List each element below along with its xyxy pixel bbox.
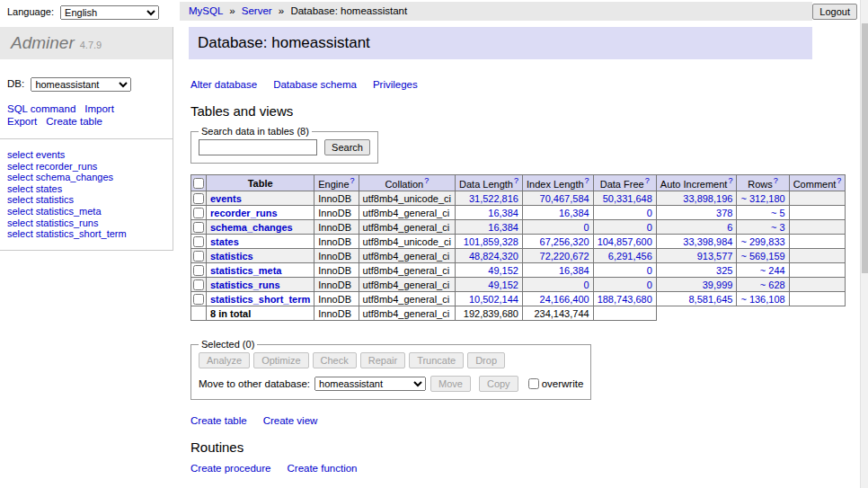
sidebar-link-create-table[interactable]: Create table <box>46 116 102 127</box>
rows-count-link[interactable]: ~ 3 <box>771 222 785 233</box>
engine-cell: InnoDB <box>314 191 359 206</box>
table-row: schema_changesInnoDButf8mb4_general_ci16… <box>191 220 846 235</box>
table-link-events[interactable]: events <box>210 193 242 204</box>
rows-count-link[interactable]: ~ 244 <box>760 265 785 276</box>
sidebar-select-recorder-runs[interactable]: select recorder_runs <box>7 161 165 173</box>
action-link-alter-database[interactable]: Alter database <box>190 79 257 90</box>
column-header-table: Table <box>207 175 314 191</box>
overwrite-checkbox[interactable] <box>528 378 539 389</box>
cell-data-length: 101,859,328 <box>456 235 523 249</box>
db-select[interactable]: homeassistant <box>31 77 131 92</box>
tables-table: TableEngine?Collation?Data Length?Index … <box>190 174 846 321</box>
sidebar-link-export[interactable]: Export <box>7 116 37 127</box>
link-create-function[interactable]: Create function <box>288 463 358 474</box>
rows-count-link[interactable]: ~ 628 <box>760 279 785 290</box>
move-db-select[interactable]: homeassistant <box>314 377 426 391</box>
rows-count-link[interactable]: ~ 5 <box>771 208 785 218</box>
row-checkbox[interactable] <box>193 279 204 290</box>
comment-cell <box>789 220 846 235</box>
routines-links: Create procedureCreate function <box>190 462 812 475</box>
rows-count-link[interactable]: ~ 569,159 <box>740 251 784 262</box>
table-link-statistics-meta[interactable]: statistics_meta <box>210 265 282 276</box>
row-checkbox[interactable] <box>193 193 204 204</box>
comment-cell <box>789 206 846 220</box>
logout-button[interactable]: Logout <box>812 4 857 20</box>
cell-data-length: 49,152 <box>456 263 523 278</box>
scrollbar-thumb[interactable] <box>862 23 868 273</box>
sidebar-menu-row-1: SQL commandImport <box>7 102 165 115</box>
search-input[interactable] <box>199 139 317 155</box>
link-create-view[interactable]: Create view <box>263 415 318 426</box>
button-truncate: Truncate <box>409 352 464 368</box>
breadcrumb-server[interactable]: Server <box>242 5 272 16</box>
sidebar-select-schema-changes[interactable]: select schema_changes <box>7 172 165 183</box>
row-checkbox[interactable] <box>193 208 204 218</box>
collation-cell: utf8mb4_general_ci <box>359 206 455 220</box>
engine-cell: InnoDB <box>314 220 359 235</box>
row-checkbox[interactable] <box>193 236 204 247</box>
table-link-statistics[interactable]: statistics <box>210 251 253 262</box>
language-select[interactable]: English <box>60 5 159 20</box>
table-link-schema-changes[interactable]: schema_changes <box>210 222 293 233</box>
routines-heading: Routines <box>190 439 812 455</box>
search-button[interactable]: Search <box>324 139 370 155</box>
page-title: Database: homeassistant <box>189 27 812 59</box>
table-link-states[interactable]: states <box>210 236 239 247</box>
collation-cell: utf8mb4_general_ci <box>359 249 455 263</box>
link-create-procedure[interactable]: Create procedure <box>190 463 271 474</box>
breadcrumb-mysql[interactable]: MySQL <box>189 5 223 16</box>
table-row: statistics_runsInnoDButf8mb4_general_ci4… <box>191 278 846 292</box>
table-link-recorder-runs[interactable]: recorder_runs <box>210 208 278 218</box>
vertical-scrollbar[interactable] <box>860 0 868 488</box>
cell-data-free: 0 <box>593 263 656 278</box>
help-link[interactable]: ? <box>645 176 650 185</box>
column-header-index-length: Index Length? <box>522 175 593 191</box>
table-link-statistics-short-term[interactable]: statistics_short_term <box>210 294 310 305</box>
help-link[interactable]: ? <box>774 176 778 185</box>
column-header-data-free: Data Free? <box>593 175 656 191</box>
cell-index-length: 0 <box>522 278 593 292</box>
sidebar-select-states[interactable]: select states <box>7 183 165 195</box>
button-optimize: Optimize <box>253 352 308 368</box>
rows-count-link[interactable]: ~ 136,108 <box>740 294 784 305</box>
cell-data-length: 16,384 <box>456 220 523 235</box>
help-link[interactable]: ? <box>514 176 518 185</box>
sidebar-select-statistics[interactable]: select statistics <box>7 194 165 206</box>
collation-cell: utf8mb4_general_ci <box>359 220 455 235</box>
action-link-database-schema[interactable]: Database schema <box>273 79 357 90</box>
cell-index-length: 70,467,584 <box>522 191 593 206</box>
help-link[interactable]: ? <box>350 176 355 185</box>
cell-data-length: 48,824,320 <box>456 249 523 263</box>
rows-count-link[interactable]: ~ 299,833 <box>740 236 784 247</box>
help-link[interactable]: ? <box>424 176 429 185</box>
sidebar-link-sql-command[interactable]: SQL command <box>7 103 75 114</box>
rows-count-link[interactable]: ~ 312,180 <box>740 193 784 204</box>
engine-cell: InnoDB <box>314 263 359 278</box>
cell-data-length: 31,522,816 <box>456 191 523 206</box>
sidebar-link-import[interactable]: Import <box>84 103 114 114</box>
table-row: statistics_metaInnoDButf8mb4_general_ci4… <box>191 263 846 278</box>
help-link[interactable]: ? <box>728 176 732 185</box>
sidebar-select-statistics-runs[interactable]: select statistics_runs <box>7 217 165 229</box>
engine-cell: InnoDB <box>314 235 359 249</box>
select-all-checkbox[interactable] <box>193 178 204 189</box>
table-row: statisticsInnoDButf8mb4_general_ci48,824… <box>191 249 846 263</box>
cell-index-length: 16,384 <box>522 206 593 220</box>
action-link-privileges[interactable]: Privileges <box>373 79 418 90</box>
selected-fieldset: Selected (0) AnalyzeOptimizeCheckRepairT… <box>190 339 591 400</box>
link-create-table[interactable]: Create table <box>190 415 247 426</box>
table-link-statistics-runs[interactable]: statistics_runs <box>210 279 280 290</box>
sidebar-select-events[interactable]: select events <box>7 149 165 161</box>
collation-cell: utf8mb4_unicode_ci <box>359 191 455 206</box>
sidebar-select-statistics-meta[interactable]: select statistics_meta <box>7 206 165 217</box>
help-link[interactable]: ? <box>837 176 841 185</box>
row-checkbox[interactable] <box>193 265 204 276</box>
row-checkbox[interactable] <box>193 222 204 233</box>
row-checkbox[interactable] <box>193 251 204 262</box>
sidebar-select-statistics-short-term[interactable]: select statistics_short_term <box>7 228 165 240</box>
help-link[interactable]: ? <box>585 176 589 185</box>
column-header-rows: Rows? <box>737 175 789 191</box>
engine-cell: InnoDB <box>314 278 359 292</box>
comment-cell <box>789 263 846 278</box>
row-checkbox[interactable] <box>193 294 204 305</box>
